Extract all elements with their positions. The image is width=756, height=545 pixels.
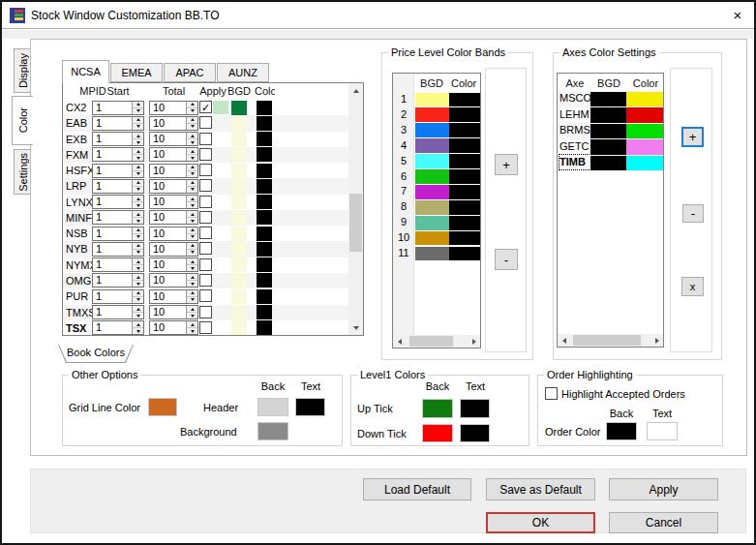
color-swatch[interactable] [449,247,480,261]
bgd-swatch[interactable] [231,195,247,209]
grid-line-color-swatch[interactable] [148,398,177,416]
color-swatch[interactable] [257,273,272,288]
start-spinner[interactable]: 1 [92,273,144,288]
color-swatch[interactable] [257,289,272,304]
color-swatch[interactable] [257,164,272,178]
spinner-buttons[interactable] [132,133,143,145]
start-spinner[interactable]: 1 [92,257,144,272]
start-spinner[interactable]: 1 [92,116,144,131]
axes-delete-button[interactable]: x [681,277,704,296]
axes-horizontal-scrollbar[interactable] [558,334,663,347]
scroll-left-icon[interactable] [393,335,406,348]
bgd-swatch[interactable] [231,227,247,241]
bgd-swatch[interactable] [415,185,449,199]
color-swatch[interactable] [257,210,272,225]
total-spinner[interactable]: 10 [149,101,198,115]
spinner-buttons[interactable] [186,133,197,145]
apply-checkbox[interactable] [199,179,212,192]
spinner-buttons[interactable] [186,258,197,271]
save-as-default-button[interactable]: Save as Default [486,478,595,500]
bgd-swatch[interactable] [590,139,626,155]
color-swatch[interactable] [257,320,272,335]
bgd-swatch[interactable] [415,231,449,246]
ok-button[interactable]: OK [486,512,595,533]
total-spinner[interactable]: 10 [149,305,198,319]
bgd-swatch[interactable] [415,200,449,215]
color-swatch[interactable] [449,138,480,153]
bgd-swatch[interactable] [415,138,449,153]
color-swatch[interactable] [257,257,272,272]
color-swatch[interactable] [257,227,272,241]
mpid-vertical-scrollbar[interactable] [348,83,363,335]
scroll-left-icon[interactable] [558,334,570,347]
apply-button[interactable]: Apply [609,478,718,500]
color-swatch[interactable] [626,156,664,171]
up-tick-back-swatch[interactable] [422,399,453,418]
apply-checkbox[interactable] [199,211,212,224]
color-swatch[interactable] [449,200,480,215]
total-spinner[interactable]: 10 [149,116,198,131]
color-swatch[interactable] [449,123,480,137]
book-colors-tab[interactable]: Book Colors [58,345,134,363]
spinner-buttons[interactable] [186,196,197,208]
color-swatch[interactable] [626,139,664,155]
cancel-button[interactable]: Cancel [609,512,718,533]
spinner-buttons[interactable] [132,180,143,193]
color-swatch[interactable] [626,92,664,107]
total-spinner[interactable]: 10 [149,320,198,335]
apply-checkbox[interactable] [199,242,212,255]
bgd-swatch[interactable] [231,179,247,194]
spinner-buttons[interactable] [186,243,197,256]
bgd-swatch[interactable] [231,273,247,288]
total-spinner[interactable]: 10 [149,242,198,257]
price-add-button[interactable]: + [495,154,518,175]
bgd-swatch[interactable] [590,156,626,171]
spinner-buttons[interactable] [186,227,197,240]
tab-color[interactable]: Color [12,96,33,145]
spinner-buttons[interactable] [132,243,143,256]
bgd-swatch[interactable] [231,116,247,131]
spinner-buttons[interactable] [132,102,143,114]
tab-ncsa[interactable]: NCSA [62,60,109,83]
bgd-swatch[interactable] [231,305,247,319]
apply-checkbox[interactable] [199,148,212,161]
bgd-swatch[interactable] [231,164,247,178]
total-spinner[interactable]: 10 [149,257,198,272]
start-spinner[interactable]: 1 [92,101,144,115]
bgd-swatch[interactable] [231,132,247,146]
color-swatch[interactable] [449,185,480,199]
bgd-swatch[interactable] [415,169,449,184]
start-spinner[interactable]: 1 [92,320,144,335]
spinner-buttons[interactable] [132,290,143,303]
spinner-buttons[interactable] [186,321,197,334]
apply-checkbox[interactable] [199,274,212,287]
down-tick-back-swatch[interactable] [422,424,453,442]
color-swatch[interactable] [626,107,664,123]
total-spinner[interactable]: 10 [149,227,198,241]
apply-checkbox[interactable] [199,321,212,334]
spinner-buttons[interactable] [132,148,143,161]
spinner-buttons[interactable] [132,274,143,287]
scroll-right-icon[interactable] [650,334,663,347]
start-spinner[interactable]: 1 [92,195,144,209]
bgd-swatch[interactable] [415,93,449,107]
tab-emea[interactable]: EMEA [110,63,163,82]
spinner-buttons[interactable] [132,306,143,318]
color-swatch[interactable] [449,107,480,122]
bgd-swatch[interactable] [590,107,626,123]
header-back-swatch[interactable] [257,398,288,416]
apply-checkbox[interactable] [199,164,212,176]
start-spinner[interactable]: 1 [92,305,144,319]
apply-checkbox[interactable]: ✓ [199,101,212,113]
axes-remove-button[interactable]: - [682,204,704,223]
scroll-right-icon[interactable] [468,335,480,348]
bgd-swatch[interactable] [415,216,449,230]
close-icon[interactable]: × [727,5,748,26]
highlight-accepted-orders-checkbox[interactable] [545,387,558,400]
spinner-buttons[interactable] [186,165,197,177]
spinner-buttons[interactable] [132,196,143,208]
apply-checkbox[interactable] [199,258,212,271]
spinner-buttons[interactable] [186,148,197,161]
start-spinner[interactable]: 1 [92,147,144,162]
total-spinner[interactable]: 10 [149,289,198,304]
